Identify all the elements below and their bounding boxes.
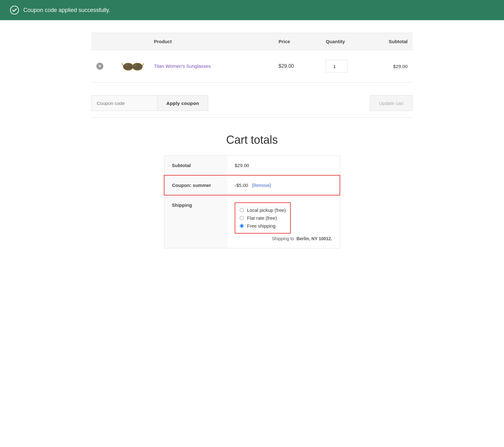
product-price: $29.00 [278, 63, 294, 69]
subtotal-cell: $29.00 [368, 50, 413, 83]
shipping-options-cell: Local pickup (free) Flat rate (free) Fre… [227, 195, 340, 248]
flat-rate-label[interactable]: Flat rate (free) [247, 215, 277, 221]
col-header-quantity: Quantity [321, 33, 368, 50]
col-header-remove [91, 33, 117, 50]
subtotal-value: $29.00 [227, 156, 340, 176]
remove-icon [96, 63, 103, 70]
product-image [122, 58, 144, 73]
price-cell: $29.00 [273, 50, 321, 83]
shipping-option-local: Local pickup (free) [240, 206, 286, 214]
product-link[interactable]: Titan Women's Sunglasses [154, 63, 210, 69]
cart-totals-table: Subtotal $29.00 Coupon: summer -$5.00 [R… [164, 155, 340, 248]
success-message: Coupon code applied successfully. [23, 7, 110, 14]
shipping-to: Shipping to Berlin, NY 10012. [235, 236, 332, 241]
remove-item-button[interactable] [96, 63, 103, 70]
apply-coupon-button[interactable]: Apply coupon [158, 95, 208, 111]
remove-cell [91, 50, 117, 83]
col-header-image [117, 33, 149, 50]
shipping-to-label: Shipping to [272, 236, 294, 241]
coupon-update-row: Apply coupon Update cart [91, 92, 413, 118]
local-pickup-radio[interactable] [240, 208, 244, 212]
shipping-label: Shipping [164, 195, 227, 248]
free-shipping-radio[interactable] [240, 224, 244, 228]
subtotal-label: Subtotal [164, 156, 227, 176]
coupon-discount-value: -$5.00 [235, 183, 248, 188]
col-header-price: Price [273, 33, 321, 50]
check-circle-icon [10, 6, 19, 15]
cart-totals-title: Cart totals [226, 133, 278, 147]
image-cell [117, 50, 149, 83]
coupon-discount-cell: -$5.00 [Remove] [227, 175, 340, 195]
coupon-form: Apply coupon [91, 95, 208, 111]
remove-coupon-link[interactable]: [Remove] [252, 183, 271, 188]
shipping-row: Shipping Local pickup (free) Flat rate (… [164, 195, 340, 248]
shipping-options-box: Local pickup (free) Flat rate (free) Fre… [235, 202, 291, 234]
shipping-option-free: Free shipping [240, 222, 286, 230]
quantity-cell [321, 50, 368, 83]
product-name-cell: Titan Women's Sunglasses [149, 50, 273, 83]
success-banner: Coupon code applied successfully. [0, 0, 504, 20]
col-header-subtotal: Subtotal [368, 33, 413, 50]
table-row: Titan Women's Sunglasses $29.00 $29.00 [91, 50, 413, 83]
coupon-discount-row: Coupon: summer -$5.00 [Remove] [164, 175, 340, 195]
quantity-input[interactable] [326, 60, 348, 73]
cart-totals-section: Cart totals Subtotal $29.00 Coupon: summ… [91, 133, 413, 248]
main-content: Product Price Quantity Subtotal [79, 33, 425, 267]
col-header-product: Product [149, 33, 273, 50]
update-cart-button[interactable]: Update cart [370, 95, 413, 111]
subtotal-row: Subtotal $29.00 [164, 156, 340, 176]
shipping-option-flat: Flat rate (free) [240, 214, 286, 222]
coupon-input[interactable] [91, 95, 158, 111]
coupon-label: Coupon: summer [164, 175, 227, 195]
free-shipping-label[interactable]: Free shipping [247, 223, 276, 229]
local-pickup-label[interactable]: Local pickup (free) [247, 207, 286, 213]
flat-rate-radio[interactable] [240, 216, 244, 220]
product-subtotal: $29.00 [393, 64, 408, 69]
shipping-location: Berlin, NY 10012. [296, 236, 332, 241]
cart-table: Product Price Quantity Subtotal [91, 33, 413, 83]
